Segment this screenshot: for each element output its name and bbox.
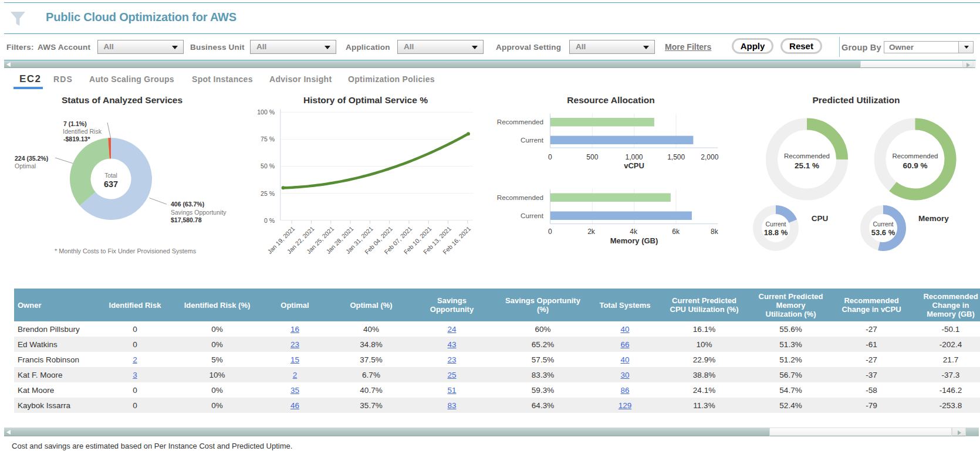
svg-text:25 %: 25 % <box>261 190 275 197</box>
svg-text:Status of Analyzed Services: Status of Analyzed Services <box>62 95 183 105</box>
svg-text:500: 500 <box>586 153 598 161</box>
svg-text:Recommended: Recommended <box>497 118 543 125</box>
svg-text:Current: Current <box>521 212 544 219</box>
svg-text:1,000: 1,000 <box>625 153 643 161</box>
svg-text:* Monthly Costs to Fix Under P: * Monthly Costs to Fix Under Provisioned… <box>55 247 197 255</box>
svg-text:4k: 4k <box>630 228 638 236</box>
svg-text:53.6 %: 53.6 % <box>871 228 895 237</box>
svg-text:60.9 %: 60.9 % <box>903 161 927 170</box>
svg-text:0: 0 <box>548 153 552 161</box>
svg-text:Current: Current <box>521 136 544 144</box>
svg-text:Total: Total <box>104 172 117 179</box>
svg-text:CPU: CPU <box>812 214 829 223</box>
svg-text:25.1 %: 25.1 % <box>795 161 819 170</box>
svg-text:Memory: Memory <box>918 214 949 223</box>
svg-text:History of Optimal Service %: History of Optimal Service % <box>303 95 428 105</box>
svg-text:$17,580.78: $17,580.78 <box>171 216 202 223</box>
svg-text:vCPU: vCPU <box>624 161 644 170</box>
svg-text:Savings Opportunity: Savings Opportunity <box>171 209 227 216</box>
svg-text:2k: 2k <box>587 228 596 236</box>
svg-text:8k: 8k <box>711 228 719 236</box>
svg-text:406 (63.7%): 406 (63.7%) <box>171 201 204 208</box>
svg-text:Optimal: Optimal <box>15 162 36 169</box>
svg-text:75 %: 75 % <box>261 135 275 143</box>
svg-text:1,500: 1,500 <box>667 153 685 161</box>
svg-text:50 %: 50 % <box>261 162 275 169</box>
svg-text:0 %: 0 % <box>264 217 275 224</box>
svg-text:18.8 %: 18.8 % <box>764 228 788 237</box>
svg-text:Resource Allocation: Resource Allocation <box>567 95 654 105</box>
svg-text:Recommended: Recommended <box>497 194 543 201</box>
svg-text:Current: Current <box>873 220 893 228</box>
svg-text:0: 0 <box>548 228 552 236</box>
svg-text:Identified Risk: Identified Risk <box>63 128 102 135</box>
svg-text:6k: 6k <box>672 228 680 236</box>
svg-text:Memory (GB): Memory (GB) <box>610 236 658 245</box>
svg-text:Recommended: Recommended <box>893 152 938 160</box>
svg-text:-$819.13*: -$819.13* <box>63 135 90 143</box>
svg-text:Recommended: Recommended <box>784 152 830 160</box>
svg-text:Current: Current <box>765 220 786 228</box>
svg-text:2,000: 2,000 <box>701 153 718 161</box>
svg-text:7 (1.1%): 7 (1.1%) <box>63 120 87 127</box>
svg-text:224 (35.2%): 224 (35.2%) <box>15 155 48 162</box>
svg-text:100 %: 100 % <box>257 108 275 116</box>
svg-text:637: 637 <box>104 179 118 189</box>
svg-text:Predicted Utilization: Predicted Utilization <box>813 95 900 105</box>
